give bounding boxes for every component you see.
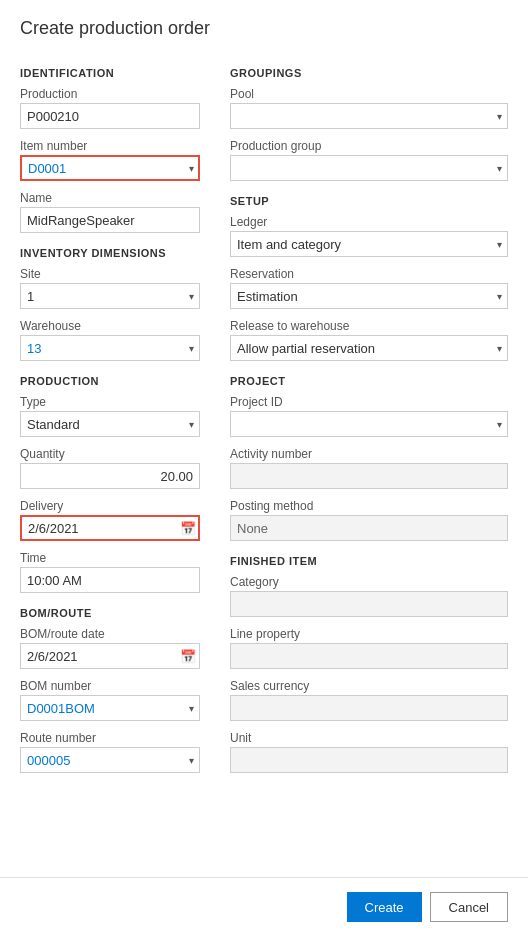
posting-method-label: Posting method <box>230 499 508 513</box>
posting-method-field: Posting method <box>230 499 508 541</box>
time-label: Time <box>20 551 200 565</box>
pool-label: Pool <box>230 87 508 101</box>
site-select[interactable]: 1 <box>20 283 200 309</box>
unit-input <box>230 747 508 773</box>
left-column: IDENTIFICATION Production Item number D0… <box>20 57 220 783</box>
form-body: IDENTIFICATION Production Item number D0… <box>20 57 508 783</box>
item-number-select-wrapper: D0001 ▾ <box>20 155 200 181</box>
time-field: Time <box>20 551 200 593</box>
bom-number-select-wrapper: D0001BOM ▾ <box>20 695 200 721</box>
route-number-label: Route number <box>20 731 200 745</box>
line-property-input <box>230 643 508 669</box>
activity-number-input <box>230 463 508 489</box>
bom-number-select[interactable]: D0001BOM <box>20 695 200 721</box>
release-to-warehouse-select[interactable]: Allow partial reservation <box>230 335 508 361</box>
name-field: Name <box>20 191 200 233</box>
site-field: Site 1 ▾ <box>20 267 200 309</box>
setup-header: SETUP <box>230 195 508 207</box>
bom-route-date-label: BOM/route date <box>20 627 200 641</box>
line-property-field: Line property <box>230 627 508 669</box>
quantity-field: Quantity <box>20 447 200 489</box>
project-id-select[interactable] <box>230 411 508 437</box>
quantity-label: Quantity <box>20 447 200 461</box>
warehouse-label: Warehouse <box>20 319 200 333</box>
unit-label: Unit <box>230 731 508 745</box>
site-select-wrapper: 1 ▾ <box>20 283 200 309</box>
production-label: Production <box>20 87 200 101</box>
page-title: Create production order <box>20 18 508 39</box>
type-select[interactable]: Standard <box>20 411 200 437</box>
ledger-select-wrapper: Item and category ▾ <box>230 231 508 257</box>
delivery-input[interactable] <box>20 515 200 541</box>
project-id-select-wrapper: ▾ <box>230 411 508 437</box>
create-button[interactable]: Create <box>347 892 422 922</box>
ledger-label: Ledger <box>230 215 508 229</box>
production-input[interactable] <box>20 103 200 129</box>
site-label: Site <box>20 267 200 281</box>
project-header: PROJECT <box>230 375 508 387</box>
delivery-calendar-icon[interactable]: 📅 <box>180 521 196 536</box>
item-number-select[interactable]: D0001 <box>20 155 200 181</box>
release-to-warehouse-label: Release to warehouse <box>230 319 508 333</box>
finished-item-header: FINISHED ITEM <box>230 555 508 567</box>
line-property-label: Line property <box>230 627 508 641</box>
right-column: GROUPINGS Pool ▾ Production group ▾ <box>220 57 508 783</box>
posting-method-input <box>230 515 508 541</box>
time-input[interactable] <box>20 567 200 593</box>
type-label: Type <box>20 395 200 409</box>
route-number-field: Route number 000005 ▾ <box>20 731 200 773</box>
production-group-select-wrapper: ▾ <box>230 155 508 181</box>
route-number-select-wrapper: 000005 ▾ <box>20 747 200 773</box>
project-id-field: Project ID ▾ <box>230 395 508 437</box>
activity-number-label: Activity number <box>230 447 508 461</box>
dialog-footer: Create Cancel <box>0 877 528 936</box>
ledger-select[interactable]: Item and category <box>230 231 508 257</box>
identification-header: IDENTIFICATION <box>20 67 200 79</box>
type-field: Type Standard ▾ <box>20 395 200 437</box>
route-number-select[interactable]: 000005 <box>20 747 200 773</box>
item-number-field: Item number D0001 ▾ <box>20 139 200 181</box>
pool-field: Pool ▾ <box>230 87 508 129</box>
unit-field: Unit <box>230 731 508 773</box>
inventory-dimensions-header: INVENTORY DIMENSIONS <box>20 247 200 259</box>
bom-route-date-field: BOM/route date 📅 <box>20 627 200 669</box>
groupings-header: GROUPINGS <box>230 67 508 79</box>
sales-currency-label: Sales currency <box>230 679 508 693</box>
quantity-value-wrapper <box>20 463 200 489</box>
reservation-select[interactable]: Estimation <box>230 283 508 309</box>
delivery-field: Delivery 📅 <box>20 499 200 541</box>
production-group-label: Production group <box>230 139 508 153</box>
bom-number-field: BOM number D0001BOM ▾ <box>20 679 200 721</box>
activity-number-field: Activity number <box>230 447 508 489</box>
reservation-label: Reservation <box>230 267 508 281</box>
release-to-warehouse-select-wrapper: Allow partial reservation ▾ <box>230 335 508 361</box>
bom-route-date-calendar-icon[interactable]: 📅 <box>180 649 196 664</box>
warehouse-field: Warehouse 13 ▾ <box>20 319 200 361</box>
delivery-input-wrapper: 📅 <box>20 515 200 541</box>
quantity-input[interactable] <box>20 463 200 489</box>
warehouse-select[interactable]: 13 <box>20 335 200 361</box>
pool-select[interactable] <box>230 103 508 129</box>
bom-route-date-input[interactable] <box>20 643 200 669</box>
create-production-order-dialog: Create production order IDENTIFICATION P… <box>0 0 528 863</box>
bom-route-date-wrapper: 📅 <box>20 643 200 669</box>
project-id-label: Project ID <box>230 395 508 409</box>
pool-select-wrapper: ▾ <box>230 103 508 129</box>
bom-route-header: BOM/ROUTE <box>20 607 200 619</box>
sales-currency-input <box>230 695 508 721</box>
production-group-field: Production group ▾ <box>230 139 508 181</box>
release-to-warehouse-field: Release to warehouse Allow partial reser… <box>230 319 508 361</box>
type-select-wrapper: Standard ▾ <box>20 411 200 437</box>
name-label: Name <box>20 191 200 205</box>
warehouse-select-wrapper: 13 ▾ <box>20 335 200 361</box>
category-field: Category <box>230 575 508 617</box>
bom-number-label: BOM number <box>20 679 200 693</box>
reservation-field: Reservation Estimation ▾ <box>230 267 508 309</box>
sales-currency-field: Sales currency <box>230 679 508 721</box>
cancel-button[interactable]: Cancel <box>430 892 508 922</box>
name-input[interactable] <box>20 207 200 233</box>
production-group-select[interactable] <box>230 155 508 181</box>
production-header: PRODUCTION <box>20 375 200 387</box>
delivery-label: Delivery <box>20 499 200 513</box>
category-input <box>230 591 508 617</box>
